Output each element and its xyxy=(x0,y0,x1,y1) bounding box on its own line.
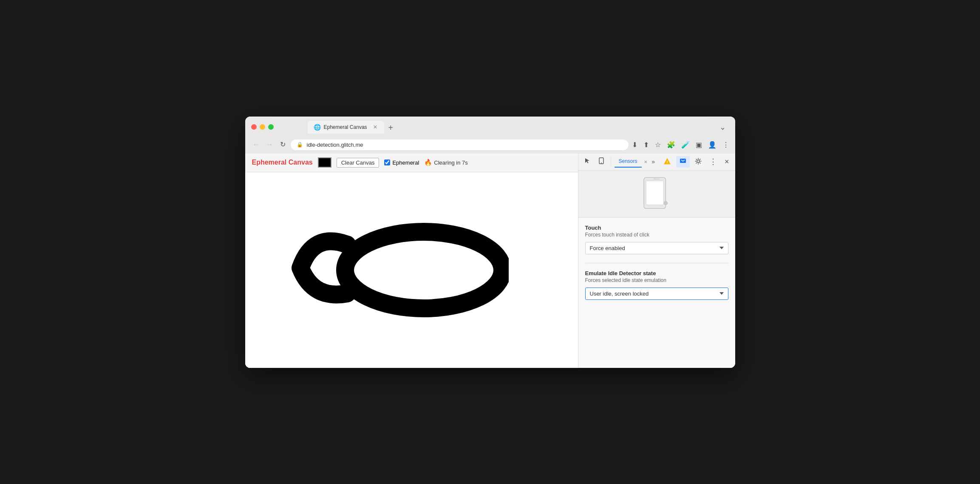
browser-window: 🌐 Ephemeral Canvas × + ⌄ ← → ↻ 🔒 idle-de… xyxy=(245,117,735,368)
tab-title: Ephemeral Canvas xyxy=(324,124,370,130)
lock-icon: 🔒 xyxy=(297,142,303,148)
content-area: Ephemeral Canvas Clear Canvas Ephemeral … xyxy=(245,154,735,368)
sensors-content: Touch Forces touch instead of click Forc… xyxy=(578,218,735,368)
device-emulator-button[interactable] xyxy=(595,156,607,168)
touch-sublabel: Forces touch instead of click xyxy=(585,232,728,238)
touch-select[interactable]: Force enabled No override Force disabled xyxy=(585,242,728,254)
sidebar-icon[interactable]: ▣ xyxy=(696,141,702,149)
canvas-panel: Ephemeral Canvas Clear Canvas Ephemeral … xyxy=(245,154,578,368)
message-icon-button[interactable] xyxy=(676,156,690,168)
svg-text:!: ! xyxy=(666,160,668,164)
extensions-icon[interactable]: 🧩 xyxy=(667,141,675,149)
back-button[interactable]: ← xyxy=(251,140,261,149)
clearing-badge: 🔥 Clearing in 7s xyxy=(424,159,468,166)
devtools-panel: Sensors × » ! xyxy=(578,154,735,368)
svg-rect-8 xyxy=(646,181,663,205)
active-tab[interactable]: 🌐 Ephemeral Canvas × xyxy=(308,121,384,134)
reload-button[interactable]: ↻ xyxy=(278,140,287,149)
idle-sublabel: Forces selected idle state emulation xyxy=(585,277,728,283)
canvas-toolbar: Ephemeral Canvas Clear Canvas Ephemeral … xyxy=(245,154,578,172)
sensors-tab[interactable]: Sensors xyxy=(615,156,642,168)
devtools-toolbar: Sensors × » ! xyxy=(578,154,735,171)
chevron-down-icon[interactable]: ⌄ xyxy=(716,121,729,134)
clear-canvas-button[interactable]: Clear Canvas xyxy=(337,158,380,168)
idle-select[interactable]: User idle, screen locked No idle emulati… xyxy=(585,288,728,300)
window-controls-row: 🌐 Ephemeral Canvas × + ⌄ xyxy=(251,121,729,134)
fish-drawing xyxy=(288,189,509,327)
download-icon[interactable]: ⬇ xyxy=(632,141,637,149)
toolbar-divider xyxy=(611,157,611,166)
svg-point-10 xyxy=(664,201,668,205)
devtools-right-icons: ! ⋮ xyxy=(661,155,732,168)
devtools-more-button[interactable]: ⋮ xyxy=(707,155,719,168)
close-button[interactable] xyxy=(251,124,257,130)
ephemeral-checkbox-group: Ephemeral xyxy=(384,159,419,166)
devtools-close-button[interactable]: × xyxy=(722,157,732,167)
more-tabs-button[interactable]: » xyxy=(650,157,657,167)
phone-illustration xyxy=(578,171,735,218)
more-menu-icon[interactable]: ⋮ xyxy=(722,141,729,149)
flask-icon[interactable]: 🧪 xyxy=(681,141,690,149)
minimize-button[interactable] xyxy=(260,124,265,130)
touch-label: Touch xyxy=(585,225,728,231)
address-bar[interactable]: 🔒 idle-detection.glitch.me xyxy=(291,140,629,150)
cursor-tool-button[interactable] xyxy=(582,156,594,168)
maximize-button[interactable] xyxy=(268,124,274,130)
idle-label: Emulate Idle Detector state xyxy=(585,270,728,276)
touch-section: Touch Forces touch instead of click Forc… xyxy=(585,225,728,254)
browser-toolbar-icons: ⬇ ⬆ ☆ 🧩 🧪 ▣ 👤 ⋮ xyxy=(632,141,729,149)
tabs-row: 🌐 Ephemeral Canvas × + xyxy=(308,121,398,134)
drawing-canvas[interactable] xyxy=(245,172,578,368)
address-bar-row: ← → ↻ 🔒 idle-detection.glitch.me ⬇ ⬆ ☆ 🧩… xyxy=(245,137,735,154)
settings-button[interactable] xyxy=(692,156,704,168)
share-icon[interactable]: ⬆ xyxy=(643,141,649,149)
url-text: idle-detection.glitch.me xyxy=(307,142,363,148)
ephemeral-checkbox[interactable] xyxy=(384,159,390,165)
svg-point-6 xyxy=(697,160,700,162)
warning-icon-button[interactable]: ! xyxy=(661,156,674,168)
svg-point-1 xyxy=(402,257,445,283)
sensors-tab-close[interactable]: × xyxy=(643,159,649,165)
new-tab-button[interactable]: + xyxy=(384,122,398,134)
tab-close-button[interactable]: × xyxy=(372,124,378,131)
idle-detector-section: Emulate Idle Detector state Forces selec… xyxy=(585,270,728,300)
fire-icon: 🔥 xyxy=(424,159,432,166)
tab-favicon: 🌐 xyxy=(314,124,321,131)
title-bar: 🌐 Ephemeral Canvas × + ⌄ xyxy=(245,117,735,137)
svg-rect-5 xyxy=(680,159,686,163)
account-icon[interactable]: 👤 xyxy=(708,141,717,149)
sensor-divider xyxy=(585,263,728,263)
window-controls xyxy=(251,124,274,130)
color-swatch[interactable] xyxy=(318,157,331,168)
ephemeral-label: Ephemeral xyxy=(392,159,419,166)
star-icon[interactable]: ☆ xyxy=(655,141,661,149)
forward-button[interactable]: → xyxy=(265,140,275,149)
clearing-label: Clearing in 7s xyxy=(434,159,468,166)
app-title: Ephemeral Canvas xyxy=(252,159,313,166)
